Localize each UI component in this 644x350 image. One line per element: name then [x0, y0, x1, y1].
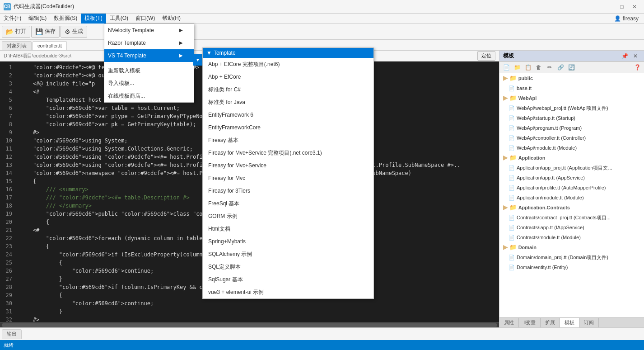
menu-separator-1 — [104, 63, 194, 63]
vst4-item-14[interactable]: Spring+Mybatis — [203, 235, 373, 248]
vst4-item-13[interactable]: Html文档 — [203, 222, 373, 235]
vst4-item-11[interactable]: FreeSql 基本 — [203, 197, 373, 210]
vst4-item-1[interactable]: Abp + EfCore — [203, 71, 373, 83]
vst4-header-icon: ▼ — [206, 50, 212, 56]
vst4-item-2[interactable]: 标准类 for C# — [203, 83, 373, 96]
menu-import[interactable]: 导入模板... — [104, 77, 194, 90]
vst4-item-4[interactable]: EntityFramework 6 — [203, 109, 373, 121]
menu-razor[interactable]: Razor Template ▶ — [104, 37, 194, 49]
vst4-item-6[interactable]: Fireasy 基本 — [203, 134, 373, 147]
vst4-header: ▼ Template — [203, 48, 373, 58]
vst4-item-3[interactable]: 标准类 for Java — [203, 96, 373, 109]
vst4-item-18[interactable]: vue3 + element-ui 示例 — [203, 286, 373, 298]
vst4-item-8[interactable]: Fireasy for Mvc+Service — [203, 159, 373, 172]
vst4-item-17[interactable]: SqlSugar 基本 — [203, 273, 373, 286]
vst4-item-12[interactable]: GORM 示例 — [203, 210, 373, 222]
template-menu-popup: NVelocity Template ▶ Razor Template ▶ VS… — [104, 24, 194, 103]
vst4-item-7[interactable]: Fireasy for Mvc+Service 完整项目(.net core3.… — [203, 147, 373, 159]
menu-vst4[interactable]: VS T4 Template ▶ — [104, 49, 194, 62]
vst4-arrow: ▶ — [179, 51, 183, 60]
nvelocity-arrow: ▶ — [179, 26, 183, 35]
vst4-dropdown-arrow: ▼ — [196, 57, 200, 62]
menu-nvelocity[interactable]: NVelocity Template ▶ — [104, 24, 194, 37]
vst4-item-5[interactable]: EntityFrameworkCore — [203, 121, 373, 134]
vst4-items-container: Abp + EfCore 完整项目(.net6)Abp + EfCore标准类 … — [203, 58, 373, 298]
menu-online[interactable]: 在线模板商店... — [104, 90, 194, 102]
razor-arrow: ▶ — [179, 38, 183, 47]
vst4-dropdown-button[interactable]: ▼ — [193, 54, 202, 66]
vst4-header-label: Template — [214, 50, 236, 56]
vst4-submenu: ▼ Template Abp + EfCore 完整项目(.net6)Abp +… — [202, 47, 374, 299]
vst4-item-9[interactable]: Fireasy for Mvc — [203, 172, 373, 184]
vst4-item-16[interactable]: SQL定义脚本 — [203, 260, 373, 273]
vst4-item-15[interactable]: SQLAlchemy 示例 — [203, 248, 373, 260]
menu-reload[interactable]: 重新载入模板 — [104, 64, 194, 77]
vst4-item-0[interactable]: Abp + EfCore 完整项目(.net6) — [203, 58, 373, 71]
vst4-item-10[interactable]: Fireasy for 3Tiers — [203, 184, 373, 197]
